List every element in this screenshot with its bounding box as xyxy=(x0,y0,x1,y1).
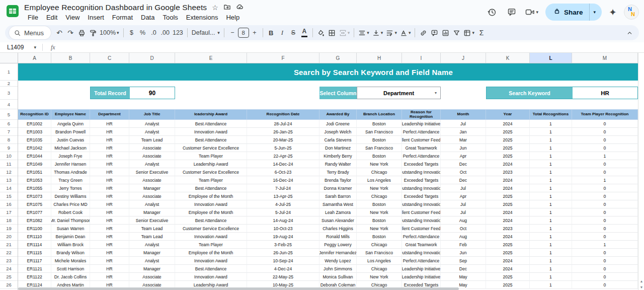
row-header-18[interactable]: 18 xyxy=(0,216,18,225)
table-cell[interactable]: Kimberly Berry xyxy=(319,152,357,160)
increase-decimals-button[interactable]: .00 xyxy=(159,27,171,39)
menu-tools[interactable]: Tools xyxy=(159,13,181,22)
table-cell[interactable]: 6-Oct-23 xyxy=(247,168,319,176)
table-cell[interactable]: ER1114 xyxy=(18,241,51,249)
table-header-cell[interactable]: Team Player Recognition xyxy=(572,109,638,120)
row-header-7[interactable]: 7 xyxy=(0,128,18,136)
table-cell[interactable]: Wendy Lopez xyxy=(319,257,357,265)
table-cell[interactable]: Aug xyxy=(441,233,486,241)
menu-extensions[interactable]: Extensions xyxy=(183,13,222,22)
formula-input[interactable] xyxy=(60,42,644,52)
table-cell[interactable]: Senior Executive xyxy=(129,216,175,225)
row-header-15[interactable]: 15 xyxy=(0,192,18,200)
insert-link-button[interactable] xyxy=(418,27,429,39)
table-cell[interactable]: Best Attendance xyxy=(175,184,247,192)
table-cell[interactable]: 10-Sep-24 xyxy=(247,257,319,265)
insert-chart-button[interactable] xyxy=(440,27,451,39)
table-cell[interactable]: Mar xyxy=(441,136,486,144)
table-cell[interactable]: 20-Mar-25 xyxy=(247,136,319,144)
undo-button[interactable]: ↶ xyxy=(54,27,65,39)
table-cell[interactable]: Don Martinez xyxy=(319,144,357,152)
table-cell[interactable]: Team Lead xyxy=(129,225,175,233)
table-cell[interactable]: Perfect Attendance xyxy=(402,257,441,265)
table-cell[interactable]: Michael Jackson xyxy=(51,144,90,152)
table-cell[interactable]: Dec xyxy=(441,160,486,168)
table-cell[interactable]: ER1042 xyxy=(18,144,51,152)
table-cell[interactable]: 2024 xyxy=(486,120,530,128)
column-header-I[interactable]: I xyxy=(402,53,441,63)
table-cell[interactable]: Charles Price MD xyxy=(51,200,90,208)
table-cell[interactable]: Jennifer Hernandez xyxy=(319,249,357,257)
select-column-dropdown[interactable]: Department ▾ xyxy=(357,87,441,99)
row-header-24[interactable]: 24 xyxy=(0,265,18,273)
table-cell[interactable]: 0 xyxy=(572,273,638,281)
horizontal-scrollbar[interactable] xyxy=(18,287,459,290)
table-cell[interactable]: 2025 xyxy=(486,241,530,249)
text-color-button[interactable]: A xyxy=(299,27,310,39)
table-cell[interactable]: Randy Walter xyxy=(319,160,357,168)
table-cell[interactable]: Los Angeles xyxy=(357,257,402,265)
row-header-4[interactable]: 4 xyxy=(0,100,18,109)
table-cell[interactable]: ER1073 xyxy=(18,192,51,200)
menu-view[interactable]: View xyxy=(62,13,83,22)
table-cell[interactable]: Oct xyxy=(441,168,486,176)
table-cell[interactable]: 1 xyxy=(530,233,572,241)
table-cell[interactable]: Benjamin Dean xyxy=(51,233,90,241)
table-cell[interactable]: HR xyxy=(90,216,129,225)
table-cell[interactable]: 0 xyxy=(572,120,638,128)
column-header-A[interactable]: A xyxy=(18,53,51,63)
table-cell[interactable]: 2025 xyxy=(486,249,530,257)
table-header-cell[interactable]: Recognition ID xyxy=(18,109,51,120)
table-cell[interactable]: Best Attendance xyxy=(175,136,247,144)
table-cell[interactable]: Boston xyxy=(357,120,402,128)
table-cell[interactable]: 1 xyxy=(530,241,572,249)
table-cell[interactable]: Team Player xyxy=(175,241,247,249)
table-cell[interactable]: Senior Executive xyxy=(129,168,175,176)
table-cell[interactable]: New York xyxy=(357,273,402,281)
table-cell[interactable]: HR xyxy=(90,257,129,265)
table-header-cell[interactable]: leadership Award xyxy=(175,109,247,120)
table-cell[interactable]: 0 xyxy=(572,136,638,144)
table-cell[interactable]: Donna Kramer xyxy=(319,184,357,192)
table-cell[interactable]: 2025 xyxy=(486,136,530,144)
table-cell[interactable]: Jan xyxy=(441,128,486,136)
move-folder-icon[interactable] xyxy=(223,3,231,12)
table-cell[interactable]: HR xyxy=(90,273,129,281)
table-header-cell[interactable]: Job Title xyxy=(129,109,175,120)
sheets-logo-icon[interactable] xyxy=(6,5,19,20)
table-cell[interactable]: Angela Quinn xyxy=(51,120,90,128)
table-cell[interactable]: New York xyxy=(357,225,402,233)
table-cell[interactable]: 4-Jul-25 xyxy=(247,200,319,208)
table-cell[interactable]: Analyst xyxy=(129,128,175,136)
table-header-cell[interactable]: Branch Location xyxy=(357,109,402,120)
row-header-12[interactable]: 12 xyxy=(0,168,18,176)
column-header-H[interactable]: H xyxy=(357,53,402,63)
table-cell[interactable]: Jerry Torres xyxy=(51,184,90,192)
table-cell[interactable]: 26-Jan-25 xyxy=(247,128,319,136)
table-cell[interactable]: 1 xyxy=(530,249,572,257)
table-cell[interactable]: Apr xyxy=(441,192,486,200)
table-cell[interactable]: Jul xyxy=(441,184,486,192)
table-cell[interactable]: 16-Dec-24 xyxy=(247,176,319,184)
table-cell[interactable]: Jul xyxy=(441,200,486,208)
table-cell[interactable]: Team Player xyxy=(175,176,247,184)
table-cell[interactable]: Joseph Welch xyxy=(319,128,357,136)
column-header-K[interactable]: K xyxy=(486,53,530,63)
table-cell[interactable]: Perfect Attendance xyxy=(402,128,441,136)
table-cell[interactable]: San Francisco xyxy=(357,249,402,257)
table-cell[interactable]: Outstanding Innovation xyxy=(402,249,441,257)
borders-button[interactable] xyxy=(327,27,338,39)
font-select[interactable]: Defaul...▾ xyxy=(190,27,221,39)
table-cell[interactable]: 2025 xyxy=(486,128,530,136)
table-cell[interactable]: Outstanding Innovation xyxy=(402,216,441,225)
table-cell[interactable]: 2024 xyxy=(486,257,530,265)
table-cell[interactable]: Analyst xyxy=(129,120,175,128)
table-cell[interactable]: 2023 xyxy=(486,168,530,176)
table-cell[interactable]: 7-Jul-24 xyxy=(247,184,319,192)
comments-icon[interactable] xyxy=(505,6,518,19)
table-cell[interactable]: Team Lead xyxy=(129,136,175,144)
table-cell[interactable]: 2024 xyxy=(486,184,530,192)
vertical-align-button[interactable]: ▾ xyxy=(371,27,385,39)
table-cell[interactable]: Dr. Jacob Collins xyxy=(51,273,90,281)
table-cell[interactable]: 28-Jul-24 xyxy=(247,120,319,128)
